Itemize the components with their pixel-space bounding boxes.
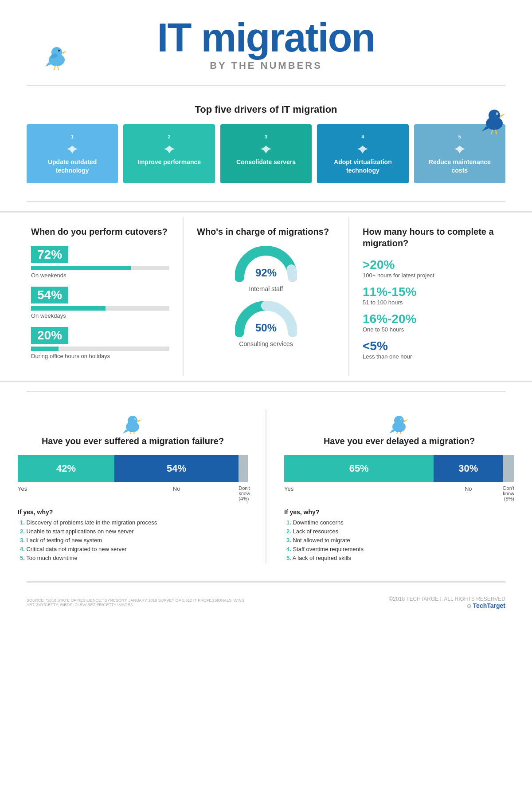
list-item: 3. Not allowed to migrate	[284, 537, 514, 544]
hours-pct-1-50: 16%-20%	[363, 312, 501, 326]
driver-card-1: 1 Update outdated technology	[27, 124, 118, 183]
wing-icon-4	[356, 145, 369, 154]
delayed-yes-bar: 65%	[284, 455, 434, 482]
delayed-bar-labels: Yes No Don'tknow(5%)	[284, 485, 514, 501]
svg-line-6	[54, 66, 55, 70]
driver-rank-1: 1	[71, 132, 74, 141]
list-item: 4. Critical data not migrated to new ser…	[18, 546, 248, 552]
failure-yes-bar: 42%	[18, 455, 114, 482]
svg-point-9	[489, 110, 500, 121]
divider-4	[27, 581, 505, 583]
svg-line-14	[491, 130, 493, 134]
cutover-label-holiday: During office hours on holidays	[31, 353, 169, 359]
driver-card-3: 3 Consolidate servers	[220, 124, 312, 183]
failure-no-bar: 54%	[114, 455, 239, 482]
svg-line-15	[496, 130, 497, 134]
page-title: IT migration	[9, 18, 523, 58]
delayed-ifyes-title: If yes, why?	[284, 508, 514, 516]
svg-marker-28	[404, 419, 408, 422]
bird-decoration-right	[481, 102, 510, 137]
delayed-bird-area	[284, 410, 514, 436]
hours-pct-100plus: >20%	[363, 258, 501, 272]
donut-consulting: 50% Consulting services	[197, 301, 335, 347]
failure-no-label: No	[114, 485, 239, 501]
bird-decoration-left	[44, 40, 71, 73]
svg-marker-10	[500, 114, 505, 118]
hours-item-1-50: 16%-20% One to 50 hours	[363, 312, 501, 333]
donut-chart-50: 50%	[235, 301, 297, 337]
header-section: IT migration BY THE NUMBERS	[0, 0, 532, 76]
drivers-title: Top five drivers of IT migration	[27, 104, 505, 115]
hours-item-51-100: 11%-15% 51 to 100 hours	[363, 285, 501, 306]
delayed-column: Have you ever delayed a migration? 65% 3…	[284, 410, 514, 564]
hours-sub-100plus: 100+ hours for latest project	[363, 272, 501, 279]
driver-card-2: 2 Improve performance	[123, 124, 215, 183]
svg-point-22	[134, 419, 135, 420]
failure-title: Have you ever suffered a migration failu…	[18, 436, 248, 446]
svg-line-24	[130, 432, 131, 434]
driver-rank-3: 3	[265, 132, 267, 141]
svg-line-33	[400, 432, 401, 434]
driver-rank-4: 4	[361, 132, 364, 141]
driver-card-4: 4 Adopt virtualization technology	[317, 124, 408, 183]
driver-rank-2: 2	[168, 132, 171, 141]
footer-source: SOURCE: "2018 STATE OF RESILIENCE," SYNC…	[27, 598, 248, 607]
svg-point-4	[58, 50, 60, 51]
delayed-yes-label: Yes	[284, 485, 434, 501]
vertical-divider	[266, 410, 266, 564]
cutover-item-holiday: 20% During office hours on holidays	[31, 327, 169, 359]
failure-yes-label: Yes	[18, 485, 114, 501]
bird-decoration-failure	[122, 410, 144, 434]
hours-column: How many hours to complete a migration? …	[349, 217, 514, 376]
failure-ifyes-title: If yes, why?	[18, 508, 248, 516]
failure-dontknow-bar	[239, 455, 248, 482]
svg-point-12	[497, 113, 497, 114]
hours-item-less1: <5% Less than one hour	[363, 339, 501, 360]
incharge-column: Who's in charge of migrations? 92% Inter…	[184, 217, 349, 376]
cutovers-title: When do you perform cutovers?	[31, 226, 169, 237]
cutover-pct-weekday: 54%	[31, 287, 68, 303]
hours-sub-less1: Less than one hour	[363, 353, 501, 360]
failure-column: Have you ever suffered a migration failu…	[18, 410, 248, 564]
divider-2	[27, 201, 505, 202]
list-item: 5. A lack of required skills	[284, 555, 514, 561]
svg-line-7	[58, 66, 59, 70]
drivers-section: Top five drivers of IT migration 1 Upda	[0, 95, 532, 192]
driver-rank-5: 5	[458, 132, 461, 141]
hours-sub-1-50: One to 50 hours	[363, 326, 501, 333]
failure-dontknow-label: Don'tknow(4%)	[239, 485, 248, 501]
techtarget-logo: ⊙ TechTarget	[389, 602, 505, 609]
list-item: 2. Lack of resources	[284, 528, 514, 535]
svg-line-32	[397, 432, 398, 434]
svg-point-19	[128, 416, 137, 426]
list-item: 5. Too much downtime	[18, 555, 248, 561]
svg-point-27	[394, 416, 404, 426]
hours-pct-less1: <5%	[363, 339, 501, 353]
svg-text:50%: 50%	[255, 322, 277, 334]
delayed-dontknow-label: Don'tknow(5%)	[503, 485, 514, 501]
svg-text:92%: 92%	[255, 267, 277, 279]
list-item: 1. Downtime concerns	[284, 519, 514, 526]
donut-label-internal: Internal staff	[197, 285, 335, 292]
footer-rights: ©2018 TECHTARGET. ALL RIGHTS RESERVED	[389, 596, 505, 602]
delayed-ifyes-list: 1. Downtime concerns 2. Lack of resource…	[284, 519, 514, 561]
svg-marker-3	[62, 51, 66, 54]
delayed-no-bar: 30%	[434, 455, 503, 482]
page-subtitle: BY THE NUMBERS	[9, 60, 523, 71]
delayed-bar: 65% 30%	[284, 455, 514, 482]
hours-item-100plus: >20% 100+ hours for latest project	[363, 258, 501, 279]
cutover-pct-holiday: 20%	[31, 327, 68, 344]
wing-icon-2	[163, 145, 176, 154]
cutovers-column: When do you perform cutovers? 72% On wee…	[18, 217, 184, 376]
hours-sub-51-100: 51 to 100 hours	[363, 299, 501, 306]
donut-chart-92: 92%	[235, 246, 297, 282]
wing-icon-5	[453, 145, 466, 154]
cutover-label-weekday: On weekdays	[31, 312, 169, 319]
failure-bar-labels: Yes No Don'tknow(4%)	[18, 485, 248, 501]
delayed-dontknow-bar	[503, 455, 514, 482]
list-item: 1. Discovery of problems late in the mig…	[18, 519, 248, 526]
footer-section: SOURCE: "2018 STATE OF RESILIENCE," SYNC…	[0, 591, 532, 614]
bird-decoration-delayed	[388, 410, 411, 434]
wing-icon-3	[259, 145, 273, 154]
hours-title: How many hours to complete a migration?	[363, 226, 501, 249]
